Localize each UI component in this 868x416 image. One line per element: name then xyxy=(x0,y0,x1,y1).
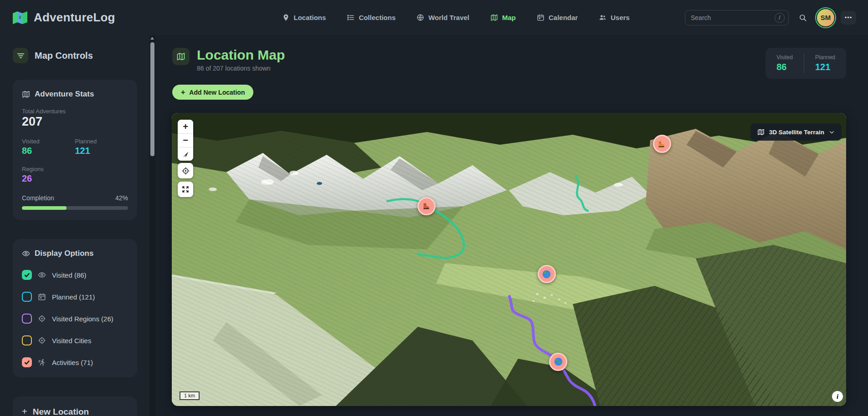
display-options-heading: Display Options xyxy=(22,249,128,258)
display-option-label: Activities (71) xyxy=(52,359,93,366)
search-button[interactable] xyxy=(795,10,811,25)
fullscreen-button[interactable] xyxy=(178,182,193,197)
completion-percent: 42% xyxy=(115,194,128,202)
map-controls-sidebar: Map Controls Adventure Stats Total Adven… xyxy=(0,35,155,416)
map-marker-activity[interactable] xyxy=(417,197,436,215)
completion-label: Completion xyxy=(22,194,54,202)
chevron-down-icon xyxy=(829,129,835,135)
adventure-stats-heading: Adventure Stats xyxy=(22,90,128,99)
map-marker-visited[interactable] xyxy=(538,265,556,283)
map-style-selector[interactable]: 3D Satellite Terrain xyxy=(750,123,842,141)
visited-value: 86 xyxy=(22,145,75,157)
sidebar-scrollbar[interactable] xyxy=(149,35,155,416)
card-title: Display Options xyxy=(35,249,93,258)
completion-progress-track xyxy=(22,206,128,210)
map-marker-activity[interactable] xyxy=(653,135,671,153)
brand[interactable]: AdventureLog xyxy=(12,10,115,25)
counter-planned-label: Planned xyxy=(815,54,835,61)
globe-icon xyxy=(416,14,424,21)
zoom-out-button[interactable]: − xyxy=(178,133,193,147)
navbar-right-cluster: / SM ••• xyxy=(685,9,856,26)
globe-earth-icon xyxy=(542,269,551,279)
sidebar-header: Map Controls xyxy=(13,48,137,63)
fullscreen-icon xyxy=(181,185,190,193)
runner-icon xyxy=(38,358,46,366)
checkbox-visited-regions[interactable] xyxy=(22,314,32,324)
display-option-label: Visited (86) xyxy=(52,271,87,279)
card-title: New Location xyxy=(33,407,89,416)
search-input[interactable] xyxy=(691,14,775,21)
counter-planned-value: 121 xyxy=(815,62,835,72)
map-style-label: 3D Satellite Terrain xyxy=(769,129,824,136)
card-title: Adventure Stats xyxy=(35,90,94,99)
search-box[interactable]: / xyxy=(685,10,789,25)
scrollbar-up-arrow[interactable] xyxy=(150,37,154,40)
map-marker-visited[interactable] xyxy=(549,353,567,371)
checkbox-activities[interactable] xyxy=(22,357,32,367)
eye-icon xyxy=(22,249,30,258)
target-icon xyxy=(38,315,46,323)
calendar-icon xyxy=(38,293,46,301)
scrollbar-thumb[interactable] xyxy=(150,42,154,156)
display-option-label: Visited Regions (26) xyxy=(52,315,113,323)
display-option-visited-regions[interactable]: Visited Regions (26) xyxy=(22,314,128,324)
regions-label: Regions xyxy=(22,166,128,172)
display-options-card: Display Options Visited (86) Planned (12… xyxy=(13,239,137,377)
visited-planned-counter: Visited 86 Planned 121 xyxy=(765,48,846,79)
display-option-planned[interactable]: Planned (121) xyxy=(22,292,128,302)
locate-icon xyxy=(181,167,190,175)
map-icon xyxy=(490,14,498,21)
locate-button[interactable] xyxy=(178,163,193,178)
display-option-activities[interactable]: Activities (71) xyxy=(22,357,128,367)
zoom-in-button[interactable]: + xyxy=(178,120,193,133)
search-icon xyxy=(799,14,807,22)
eye-icon xyxy=(38,271,46,279)
calendar-icon xyxy=(537,14,544,21)
map-icon xyxy=(176,52,185,61)
adventure-stats-card: Adventure Stats Total Adventures 207 Vis… xyxy=(13,80,137,220)
map-scale-bar: 1 km xyxy=(180,391,200,400)
users-icon xyxy=(599,14,606,21)
add-new-location-button[interactable]: + Add New Location xyxy=(172,85,253,100)
plus-icon: + xyxy=(22,406,27,416)
visited-label: Visited xyxy=(22,138,75,145)
checkbox-visited-cities[interactable] xyxy=(22,335,32,345)
nav-item-world-travel[interactable]: World Travel xyxy=(409,10,477,25)
page-title: Location Map xyxy=(197,48,285,62)
nav-item-collections[interactable]: Collections xyxy=(339,10,403,25)
checkbox-planned[interactable] xyxy=(22,292,32,302)
add-button-label: Add New Location xyxy=(189,89,245,96)
list-icon xyxy=(347,14,354,21)
attribution-info-button[interactable]: i xyxy=(832,391,843,402)
app-title: AdventureLog xyxy=(34,10,115,25)
hiking-boot-icon xyxy=(422,201,431,211)
more-options-button[interactable]: ••• xyxy=(841,11,856,25)
main-content: Location Map 86 of 207 locations shown V… xyxy=(155,35,868,416)
display-option-visited-cities[interactable]: Visited Cities xyxy=(22,335,128,345)
hiking-boot-icon xyxy=(657,139,667,149)
main-navigation: Locations Collections World Travel Map C… xyxy=(275,10,637,25)
user-avatar[interactable]: SM xyxy=(817,9,834,26)
display-option-label: Planned (121) xyxy=(52,293,95,301)
nav-item-calendar[interactable]: Calendar xyxy=(529,10,585,25)
display-option-visited[interactable]: Visited (86) xyxy=(22,270,128,280)
check-icon xyxy=(24,360,30,365)
nav-item-users[interactable]: Users xyxy=(591,10,637,25)
total-adventures-value: 207 xyxy=(22,115,128,129)
map-canvas[interactable]: + − 3D Satellite Terrain 1 km i xyxy=(172,113,846,406)
map-zoom-controls: + − xyxy=(178,120,193,161)
new-location-card: + New Location Click on the map to place… xyxy=(13,396,137,416)
filter-icon xyxy=(17,52,25,59)
total-adventures-label: Total Adventures xyxy=(22,108,128,115)
nav-item-locations[interactable]: Locations xyxy=(275,10,334,25)
compass-button[interactable] xyxy=(178,147,193,161)
page-icon-box xyxy=(172,48,190,65)
new-location-heading: + New Location xyxy=(22,406,128,416)
checkbox-visited[interactable] xyxy=(22,270,32,280)
check-icon xyxy=(24,272,30,278)
nav-label: Map xyxy=(502,14,516,21)
target-icon xyxy=(38,336,46,345)
nav-item-map[interactable]: Map xyxy=(483,10,523,25)
counter-visited-label: Visited xyxy=(776,54,793,61)
nav-label: Calendar xyxy=(549,14,578,21)
